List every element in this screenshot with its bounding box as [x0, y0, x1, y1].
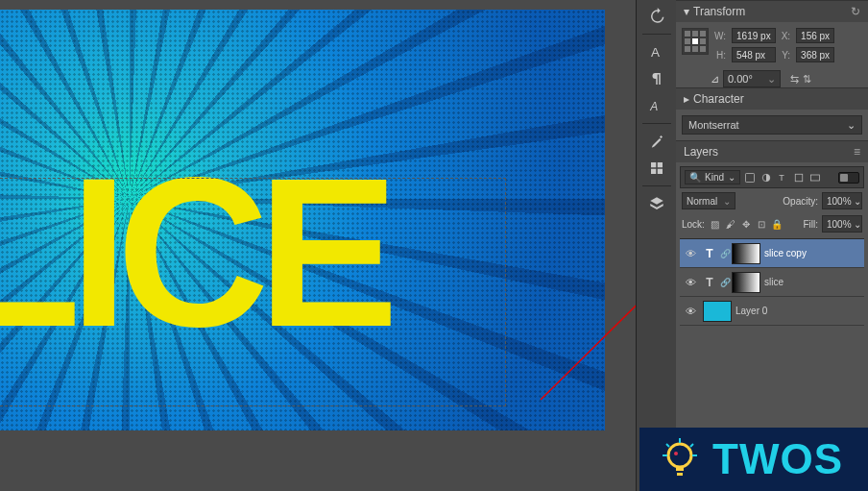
- canvas-area[interactable]: LICE: [0, 0, 636, 491]
- x-label: X:: [782, 31, 790, 41]
- visibility-eye-icon[interactable]: 👁: [682, 277, 699, 288]
- type-layer-icon: T: [703, 247, 716, 260]
- svg-line-15: [666, 444, 669, 447]
- blend-mode-select[interactable]: Normal⌄: [682, 192, 735, 209]
- fill-input[interactable]: 100%⌄: [822, 215, 862, 233]
- font-family-value: Montserrat: [688, 119, 739, 131]
- visibility-eye-icon[interactable]: 👁: [682, 306, 699, 317]
- svg-rect-7: [657, 169, 662, 174]
- angle-input[interactable]: 0.00°⌄: [723, 70, 781, 87]
- opacity-label: Opacity:: [783, 196, 818, 207]
- svg-rect-8: [746, 173, 755, 182]
- filter-adjust-icon[interactable]: [760, 171, 773, 184]
- history-icon[interactable]: [644, 4, 669, 29]
- layer-slice[interactable]: 👁 T 🔗 slice: [680, 268, 864, 297]
- visibility-eye-icon[interactable]: 👁: [682, 248, 699, 259]
- h-label: H:: [714, 50, 726, 61]
- layer-name[interactable]: slice: [764, 277, 784, 287]
- brush-icon[interactable]: [644, 129, 669, 154]
- layer-thumb[interactable]: [703, 301, 732, 322]
- lock-pixels-icon[interactable]: 🖌: [724, 217, 737, 231]
- h-input[interactable]: 548 px: [732, 47, 776, 62]
- layer-name[interactable]: slice copy: [764, 248, 807, 258]
- filter-type-icon[interactable]: T: [776, 171, 789, 184]
- y-input[interactable]: 368 px: [796, 47, 834, 62]
- character-title: Character: [693, 92, 744, 106]
- layers-filter-bar: 🔍Kind⌄ T: [680, 166, 864, 188]
- collapse-icon[interactable]: ▾: [684, 5, 689, 18]
- svg-text:T: T: [779, 173, 784, 183]
- watermark-badge: TWOS: [639, 428, 868, 491]
- type-layer-icon: T: [703, 276, 716, 289]
- panels-column: ▾ Transform ↻ W: 1619 px X: 156 px H: 54…: [676, 0, 868, 491]
- svg-text:A: A: [651, 45, 660, 60]
- y-label: Y:: [782, 50, 790, 61]
- svg-point-13: [668, 444, 691, 467]
- x-input[interactable]: 156 px: [796, 28, 834, 43]
- document-canvas[interactable]: LICE: [0, 10, 605, 430]
- swatches-icon[interactable]: [644, 156, 669, 181]
- lock-all-icon[interactable]: 🔒: [770, 217, 784, 231]
- filter-pixel-icon[interactable]: [743, 171, 757, 184]
- paragraph-icon[interactable]: [644, 66, 669, 91]
- flip-v-icon[interactable]: ⇅: [803, 73, 811, 86]
- character-a-icon[interactable]: A: [644, 39, 669, 64]
- svg-line-16: [690, 444, 693, 447]
- svg-rect-11: [795, 174, 803, 182]
- layer-mask-thumb[interactable]: [732, 272, 760, 293]
- lock-transparent-icon[interactable]: ▨: [709, 217, 722, 231]
- transform-title: Transform: [693, 5, 745, 18]
- lock-label: Lock:: [682, 219, 705, 230]
- character-panel: ▸ Character Montserrat ⌄: [676, 87, 868, 140]
- svg-rect-6: [651, 169, 656, 174]
- layer-list: 👁 T 🔗 slice copy 👁 T 🔗 slice 👁 Layer: [680, 238, 864, 326]
- lock-position-icon[interactable]: ✥: [739, 217, 753, 231]
- watermark-text: TWOS: [712, 435, 843, 483]
- filter-smart-icon[interactable]: [808, 171, 822, 184]
- layer-slice-copy[interactable]: 👁 T 🔗 slice copy: [680, 239, 864, 268]
- lightbulb-icon: [657, 436, 703, 482]
- svg-text:A: A: [649, 100, 658, 113]
- transform-panel: ▾ Transform ↻ W: 1619 px X: 156 px H: 54…: [676, 0, 868, 87]
- collapse-icon[interactable]: ▸: [684, 92, 689, 106]
- glyphs-a-icon[interactable]: A: [644, 93, 669, 118]
- angle-label: ⊿: [711, 73, 719, 86]
- layers-title: Layers: [684, 145, 718, 159]
- reference-point-grid[interactable]: [682, 28, 709, 55]
- filter-kind-select[interactable]: 🔍Kind⌄: [685, 170, 740, 184]
- opacity-input[interactable]: 100%⌄: [822, 192, 862, 209]
- filter-toggle[interactable]: [838, 172, 859, 184]
- layer-mask-thumb[interactable]: [732, 243, 760, 264]
- slice-text: LICE: [0, 168, 387, 337]
- lock-artboard-icon[interactable]: ⊡: [755, 217, 768, 231]
- panel-menu-icon[interactable]: ≡: [854, 145, 860, 159]
- fill-label: Fill:: [803, 219, 818, 230]
- svg-rect-12: [811, 175, 820, 181]
- svg-point-19: [674, 452, 678, 455]
- filter-shape-icon[interactable]: [792, 171, 806, 184]
- w-input[interactable]: 1619 px: [732, 28, 776, 43]
- reset-icon[interactable]: ↻: [851, 5, 860, 18]
- chevron-down-icon: ⌄: [847, 119, 856, 132]
- flip-h-icon[interactable]: ⇆: [790, 73, 799, 86]
- layer-name[interactable]: Layer 0: [735, 306, 767, 316]
- svg-rect-4: [651, 162, 656, 167]
- layers-dock-icon[interactable]: [644, 191, 669, 216]
- w-label: W:: [714, 31, 726, 41]
- mask-link-icon[interactable]: 🔗: [720, 278, 728, 287]
- right-dock: A A: [636, 0, 676, 491]
- layer-0[interactable]: 👁 Layer 0: [680, 297, 864, 326]
- svg-rect-5: [657, 162, 662, 167]
- font-family-select[interactable]: Montserrat ⌄: [682, 115, 862, 135]
- mask-link-icon[interactable]: 🔗: [720, 249, 728, 258]
